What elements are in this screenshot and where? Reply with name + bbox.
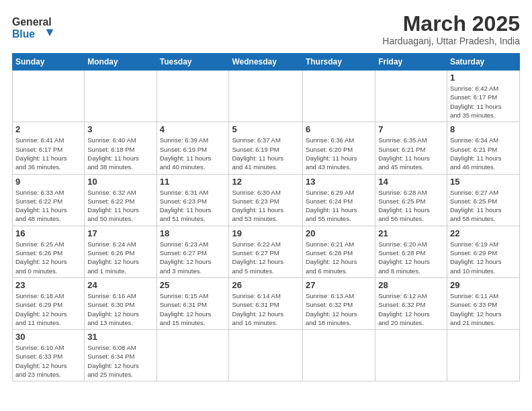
- table-row: 25Sunrise: 6:15 AM Sunset: 6:31 PM Dayli…: [157, 277, 229, 329]
- table-row: 18Sunrise: 6:23 AM Sunset: 6:27 PM Dayli…: [157, 226, 229, 277]
- table-row: 1Sunrise: 6:42 AM Sunset: 6:17 PM Daylig…: [447, 71, 519, 122]
- day-info: Sunrise: 6:08 AM Sunset: 6:34 PM Dayligh…: [87, 343, 153, 379]
- day-number: 25: [160, 280, 226, 290]
- day-info: Sunrise: 6:21 AM Sunset: 6:28 PM Dayligh…: [306, 240, 372, 275]
- day-number: 18: [160, 228, 226, 238]
- table-row: 30Sunrise: 6:10 AM Sunset: 6:33 PM Dayli…: [13, 330, 85, 381]
- day-info: Sunrise: 6:12 AM Sunset: 6:32 PM Dayligh…: [378, 291, 444, 327]
- day-info: Sunrise: 6:23 AM Sunset: 6:27 PM Dayligh…: [160, 240, 226, 275]
- table-row: 2Sunrise: 6:41 AM Sunset: 6:17 PM Daylig…: [13, 122, 85, 174]
- table-row: [229, 330, 302, 381]
- day-number: 15: [450, 177, 517, 187]
- table-row: 22Sunrise: 6:19 AM Sunset: 6:29 PM Dayli…: [447, 226, 519, 277]
- day-number: 30: [15, 332, 81, 342]
- day-number: 31: [87, 332, 153, 342]
- day-number: 1: [450, 73, 517, 83]
- day-info: Sunrise: 6:40 AM Sunset: 6:18 PM Dayligh…: [87, 136, 153, 171]
- header-friday: Friday: [375, 54, 447, 71]
- table-row: 11Sunrise: 6:31 AM Sunset: 6:23 PM Dayli…: [157, 174, 229, 226]
- weekday-header-row: Sunday Monday Tuesday Wednesday Thursday…: [13, 54, 520, 71]
- table-row: 19Sunrise: 6:22 AM Sunset: 6:27 PM Dayli…: [229, 226, 302, 277]
- calendar-row: 16Sunrise: 6:25 AM Sunset: 6:26 PM Dayli…: [13, 226, 520, 277]
- page: General Blue March 2025 Harduaganj, Utta…: [0, 0, 532, 411]
- table-row: [447, 330, 519, 381]
- day-number: 4: [160, 124, 226, 134]
- day-info: Sunrise: 6:27 AM Sunset: 6:25 PM Dayligh…: [450, 188, 517, 224]
- calendar-table: Sunday Monday Tuesday Wednesday Thursday…: [12, 53, 520, 381]
- day-info: Sunrise: 6:29 AM Sunset: 6:24 PM Dayligh…: [306, 188, 372, 224]
- day-info: Sunrise: 6:41 AM Sunset: 6:17 PM Dayligh…: [15, 136, 81, 171]
- day-number: 23: [15, 280, 81, 290]
- day-number: 10: [87, 177, 153, 187]
- day-info: Sunrise: 6:36 AM Sunset: 6:20 PM Dayligh…: [306, 136, 372, 171]
- day-info: Sunrise: 6:10 AM Sunset: 6:33 PM Dayligh…: [15, 343, 81, 379]
- day-number: 17: [87, 228, 153, 238]
- day-info: Sunrise: 6:32 AM Sunset: 6:22 PM Dayligh…: [87, 188, 153, 224]
- header-tuesday: Tuesday: [157, 54, 229, 71]
- calendar-row: 2Sunrise: 6:41 AM Sunset: 6:17 PM Daylig…: [13, 122, 520, 174]
- table-row: 13Sunrise: 6:29 AM Sunset: 6:24 PM Dayli…: [302, 174, 375, 226]
- table-row: 15Sunrise: 6:27 AM Sunset: 6:25 PM Dayli…: [447, 174, 519, 226]
- day-info: Sunrise: 6:35 AM Sunset: 6:21 PM Dayligh…: [378, 136, 444, 171]
- day-number: 12: [232, 177, 299, 187]
- table-row: [375, 71, 447, 122]
- table-row: 20Sunrise: 6:21 AM Sunset: 6:28 PM Dayli…: [302, 226, 375, 277]
- day-info: Sunrise: 6:13 AM Sunset: 6:32 PM Dayligh…: [306, 291, 372, 327]
- table-row: 16Sunrise: 6:25 AM Sunset: 6:26 PM Dayli…: [13, 226, 85, 277]
- day-number: 2: [15, 124, 81, 134]
- day-number: 6: [306, 124, 372, 134]
- table-row: 28Sunrise: 6:12 AM Sunset: 6:32 PM Dayli…: [375, 277, 447, 329]
- day-number: 20: [306, 228, 372, 238]
- day-info: Sunrise: 6:19 AM Sunset: 6:29 PM Dayligh…: [450, 240, 517, 275]
- header-thursday: Thursday: [302, 54, 375, 71]
- table-row: 9Sunrise: 6:33 AM Sunset: 6:22 PM Daylig…: [13, 174, 85, 226]
- day-info: Sunrise: 6:11 AM Sunset: 6:33 PM Dayligh…: [450, 291, 517, 327]
- day-number: 26: [232, 280, 299, 290]
- title-area: March 2025 Harduaganj, Uttar Pradesh, In…: [382, 12, 520, 46]
- day-number: 3: [87, 124, 153, 134]
- day-info: Sunrise: 6:30 AM Sunset: 6:23 PM Dayligh…: [232, 188, 299, 224]
- table-row: 14Sunrise: 6:28 AM Sunset: 6:25 PM Dayli…: [375, 174, 447, 226]
- day-info: Sunrise: 6:15 AM Sunset: 6:31 PM Dayligh…: [160, 291, 226, 327]
- table-row: 8Sunrise: 6:34 AM Sunset: 6:21 PM Daylig…: [447, 122, 519, 174]
- table-row: 3Sunrise: 6:40 AM Sunset: 6:18 PM Daylig…: [85, 122, 157, 174]
- calendar-row: 9Sunrise: 6:33 AM Sunset: 6:22 PM Daylig…: [13, 174, 520, 226]
- day-number: 19: [232, 228, 299, 238]
- day-info: Sunrise: 6:31 AM Sunset: 6:23 PM Dayligh…: [160, 188, 226, 224]
- day-number: 11: [160, 177, 226, 187]
- svg-marker-2: [46, 29, 54, 36]
- table-row: 5Sunrise: 6:37 AM Sunset: 6:19 PM Daylig…: [229, 122, 302, 174]
- month-year-title: March 2025: [382, 12, 520, 36]
- day-number: 5: [232, 124, 299, 134]
- location-subtitle: Harduaganj, Uttar Pradesh, India: [382, 36, 520, 46]
- day-info: Sunrise: 6:39 AM Sunset: 6:19 PM Dayligh…: [160, 136, 226, 171]
- table-row: [13, 71, 85, 122]
- header-saturday: Saturday: [447, 54, 519, 71]
- logo-svg: General Blue: [12, 12, 59, 46]
- day-number: 13: [306, 177, 372, 187]
- svg-text:General: General: [12, 16, 52, 28]
- table-row: 26Sunrise: 6:14 AM Sunset: 6:31 PM Dayli…: [229, 277, 302, 329]
- day-info: Sunrise: 6:37 AM Sunset: 6:19 PM Dayligh…: [232, 136, 299, 171]
- table-row: 7Sunrise: 6:35 AM Sunset: 6:21 PM Daylig…: [375, 122, 447, 174]
- table-row: 31Sunrise: 6:08 AM Sunset: 6:34 PM Dayli…: [85, 330, 157, 381]
- day-info: Sunrise: 6:16 AM Sunset: 6:30 PM Dayligh…: [87, 291, 153, 327]
- table-row: [157, 71, 229, 122]
- day-number: 9: [15, 177, 81, 187]
- day-info: Sunrise: 6:22 AM Sunset: 6:27 PM Dayligh…: [232, 240, 299, 275]
- day-info: Sunrise: 6:24 AM Sunset: 6:26 PM Dayligh…: [87, 240, 153, 275]
- table-row: [85, 71, 157, 122]
- table-row: [229, 71, 302, 122]
- header: General Blue March 2025 Harduaganj, Utta…: [12, 12, 520, 46]
- day-info: Sunrise: 6:34 AM Sunset: 6:21 PM Dayligh…: [450, 136, 517, 171]
- day-number: 29: [450, 280, 517, 290]
- day-number: 28: [378, 280, 444, 290]
- day-number: 24: [87, 280, 153, 290]
- day-info: Sunrise: 6:20 AM Sunset: 6:28 PM Dayligh…: [378, 240, 444, 275]
- calendar-row: 1Sunrise: 6:42 AM Sunset: 6:17 PM Daylig…: [13, 71, 520, 122]
- day-number: 7: [378, 124, 444, 134]
- table-row: 4Sunrise: 6:39 AM Sunset: 6:19 PM Daylig…: [157, 122, 229, 174]
- day-number: 16: [15, 228, 81, 238]
- day-number: 22: [450, 228, 517, 238]
- day-number: 21: [378, 228, 444, 238]
